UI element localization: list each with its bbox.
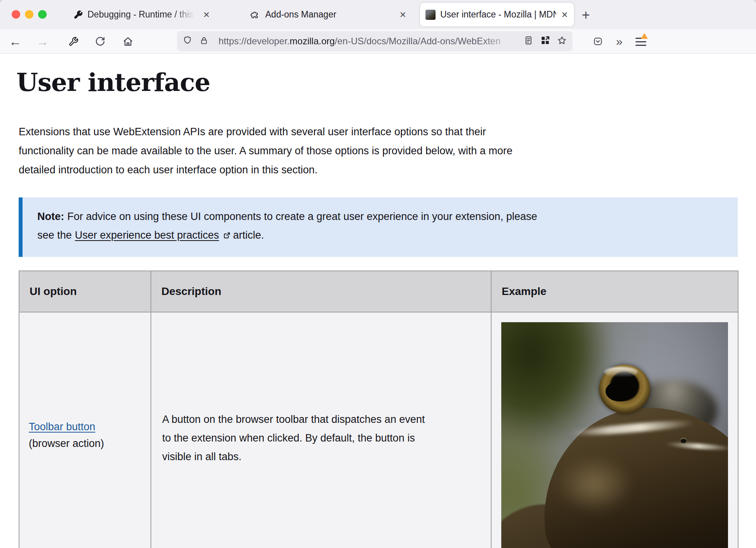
ui-options-table: UI option Description Example Toolbar bu… [19,271,738,548]
address-bar[interactable]: https://developer.mozilla.org/en-US/docs… [177,31,572,51]
close-icon[interactable]: × [203,9,210,20]
external-link-icon [222,227,231,246]
extension-grid-icon[interactable] [540,35,550,47]
tab-title: Add-ons Manager [265,9,394,20]
page-content: User interface Extensions that use WebEx… [0,54,756,548]
tab-title: Debugging - Runtime / this-firef [88,9,198,20]
bookmark-star-icon[interactable] [557,35,567,47]
shield-icon[interactable] [182,35,192,47]
close-window-button[interactable] [12,10,20,19]
tab-addons-manager[interactable]: Add-ons Manager × [245,0,412,29]
column-header: UI option [19,271,151,312]
intro-line: functionality can be made available to t… [19,141,738,161]
url-text[interactable]: https://developer.mozilla.org/en-US/docs… [219,36,517,47]
intro-line: detailed introduction to each user inter… [19,161,738,180]
note-text: article. [233,229,264,241]
update-badge [641,33,648,39]
note-text: see the [37,229,72,241]
back-button[interactable]: ← [9,29,22,54]
new-tab-button[interactable]: + [582,7,590,23]
frog-example-image [501,322,728,548]
description-line: A button on the browser toolbar that dis… [162,410,480,429]
note-text: For advice on using these UI components … [67,211,537,222]
page-title: User interface [16,68,738,97]
toolbar-overflow-icon[interactable]: » [616,29,622,54]
column-header: Description [151,271,491,312]
puzzle-icon [250,10,261,20]
browser-window: Debugging - Runtime / this-firef × Add-o… [0,0,756,548]
lock-icon[interactable] [199,36,209,47]
reader-view-icon[interactable] [523,35,534,47]
column-header: Example [491,271,738,312]
navigation-toolbar: ← → https://developer.mozilla.org/en-US/… [0,29,756,54]
tab-bar: Debugging - Runtime / this-firef × Add-o… [0,0,756,29]
minimize-window-button[interactable] [25,10,33,19]
description-line: to the extension when clicked. By defaul… [162,429,480,447]
table-row: Toolbar button (browser action) A button… [19,312,738,548]
close-icon[interactable]: × [399,9,407,20]
app-menu-icon[interactable] [635,29,647,54]
frog-favicon [425,10,436,20]
note-line-2: see theUser experience best practicesart… [37,226,723,246]
table-header-row: UI option Description Example [19,271,738,312]
tab-user-interface-active[interactable]: User interface - Mozilla | MDN × [420,3,574,26]
ui-option-cell: Toolbar button (browser action) [19,312,151,548]
close-icon[interactable]: × [561,9,569,20]
note-label: Note: [37,211,64,222]
intro-line: Extensions that use WebExtension APIs ar… [19,122,738,141]
window-controls [12,10,47,19]
note-callout: Note:For advice on using these UI compon… [19,197,738,257]
toolbar-button-link[interactable]: Toolbar button [29,421,95,433]
tab-debugging-runtime[interactable]: Debugging - Runtime / this-firef × [68,0,216,29]
note-line-1: Note:For advice on using these UI compon… [37,207,723,226]
option-subtitle: (browser action) [29,436,141,451]
intro-paragraph: Extensions that use WebExtension APIs ar… [19,122,738,180]
wrench-icon[interactable] [67,29,80,54]
example-cell [491,312,738,548]
home-icon[interactable] [121,29,135,54]
zoom-window-button[interactable] [38,10,47,19]
pocket-icon[interactable] [593,29,603,54]
reload-icon[interactable] [93,29,107,54]
wrench-icon [74,10,83,19]
description-cell: A button on the browser toolbar that dis… [151,312,491,548]
description-line: visible in all tabs. [162,447,480,466]
tab-title: User interface - Mozilla | MDN [440,9,556,20]
best-practices-link[interactable]: User experience best practices [75,229,219,241]
forward-button[interactable]: → [36,29,49,54]
